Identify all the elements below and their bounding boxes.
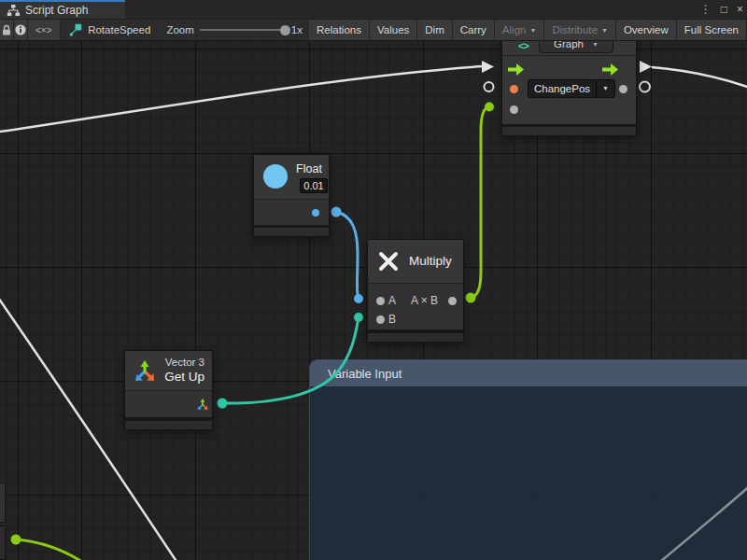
vector3-type-label: Vector 3	[164, 357, 204, 368]
vector3-icon	[133, 358, 157, 383]
lock-button[interactable]	[0, 20, 14, 40]
multiply-input-a-port[interactable]	[376, 297, 385, 305]
multiply-input-a-label: A	[388, 294, 396, 307]
full-screen-button[interactable]: Full Screen	[677, 20, 747, 40]
wire-end-blue-dot	[354, 294, 363, 303]
vector3-node-footer	[125, 421, 212, 429]
multiply-input-b-port[interactable]	[376, 315, 385, 324]
float-value-field[interactable]: 0.01	[300, 178, 328, 193]
wire-start-blue-dot	[331, 207, 342, 217]
overview-button[interactable]: Overview	[616, 20, 677, 40]
event-node[interactable]: <> Graph ▼ ChangePos	[501, 41, 637, 136]
trigger-output-arrow-icon[interactable]	[602, 63, 618, 76]
trigger-input-arrow-icon[interactable]	[508, 63, 524, 76]
wire-start-teal-dot	[218, 399, 228, 409]
multiply-node-title: Multiply	[409, 254, 452, 268]
wire-lime-bottom-left[interactable]	[17, 539, 89, 560]
variable-input-panel[interactable]: Variable Input	[309, 359, 747, 560]
event-node-footer	[502, 127, 636, 135]
multiply-icon	[376, 249, 401, 273]
script-graph-icon	[7, 4, 20, 17]
wire-end-teal-dot	[354, 313, 363, 322]
graph-header-dropdown[interactable]: Graph ▼	[539, 41, 613, 53]
zoom-label: Zoom	[166, 24, 193, 35]
arrowhead-into-event-icon	[482, 61, 494, 73]
offscreen-node-header[interactable]	[0, 483, 6, 523]
wire-white-out-of-event[interactable]	[652, 67, 747, 89]
vector3-output-port-icon[interactable]	[196, 398, 209, 411]
tab-bar: Script Graph ⋮ □ ×	[0, 0, 747, 19]
graph-canvas[interactable]: Variable Input	[0, 41, 747, 560]
wire-multiply-to-event[interactable]	[471, 107, 489, 299]
variable-input-header[interactable]: Variable Input	[310, 360, 747, 386]
event-second-input-port[interactable]	[510, 105, 518, 114]
chevron-down-icon: ▼	[592, 41, 599, 48]
wire-float-to-multiply-a[interactable]	[336, 212, 359, 299]
event-value-output-port[interactable]	[619, 85, 627, 93]
arrowhead-out-of-event-icon	[640, 61, 652, 73]
window-close-button[interactable]: ×	[737, 0, 743, 19]
multiply-output-port[interactable]	[448, 297, 457, 305]
vector3-getup-node[interactable]: Vector 3 Get Up	[124, 350, 213, 430]
values-button[interactable]: Values	[370, 20, 417, 40]
multiply-node[interactable]: Multiply A A × B B	[367, 239, 464, 343]
zoom-value: 1x	[291, 24, 303, 35]
chevron-down-icon: ▼	[596, 80, 614, 97]
tab-script-graph[interactable]: Script Graph	[0, 0, 125, 19]
script-graph-window: Script Graph ⋮ □ × <×>	[0, 0, 747, 560]
event-value-input-port[interactable]	[510, 85, 518, 93]
relations-button[interactable]: Relations	[309, 20, 370, 40]
graph-reference[interactable]: RotateSpeed	[63, 20, 156, 40]
lock-icon	[0, 23, 13, 36]
float-output-port[interactable]	[312, 209, 319, 217]
graph-toolbar: <×> RotateSpeed Zoom 1x Relations Values…	[0, 19, 747, 41]
graph-reference-label: RotateSpeed	[88, 24, 150, 35]
wire-start-lime-bl-dot	[11, 535, 21, 545]
unconnected-port-right-icon[interactable]	[640, 82, 650, 92]
multiply-output-label: A × B	[411, 294, 438, 307]
chevron-down-icon: ▼	[529, 27, 536, 34]
carry-button[interactable]: Carry	[453, 20, 495, 40]
multiply-node-footer	[368, 333, 463, 342]
variable-input-body[interactable]	[310, 386, 747, 560]
graph-asset-icon	[69, 23, 82, 36]
unconnected-port-left-icon[interactable]	[485, 82, 494, 91]
float-node[interactable]: Float 0.01	[253, 154, 330, 237]
chevron-down-icon: ▼	[601, 27, 608, 34]
wire-end-lime-dot	[485, 103, 494, 112]
info-button[interactable]	[14, 20, 28, 40]
window-menu-button[interactable]: ⋮	[700, 0, 712, 19]
window-maximize-button[interactable]: □	[721, 0, 727, 19]
zoom-slider[interactable]	[200, 29, 286, 31]
float-icon	[263, 164, 288, 189]
offscreen-node-body[interactable]	[0, 525, 6, 560]
getup-title: Get Up	[164, 370, 204, 384]
graph-icon: <>	[518, 41, 529, 51]
multiply-input-b-label: B	[388, 313, 396, 326]
edit-graph-button[interactable]: <×>	[28, 20, 61, 40]
wire-white-into-event[interactable]	[0, 66, 482, 133]
zoom-slider-knob[interactable]	[280, 25, 290, 35]
wire-start-lime-dot	[466, 293, 476, 303]
float-node-title: Float	[291, 162, 327, 175]
distribute-dropdown[interactable]: Distribute ▼	[544, 20, 616, 40]
align-dropdown[interactable]: Align ▼	[495, 20, 545, 40]
tab-title: Script Graph	[25, 4, 88, 17]
dim-button[interactable]: Dim	[417, 20, 452, 40]
changepos-dropdown[interactable]: ChangePos ▼	[528, 79, 615, 98]
float-node-footer	[254, 228, 329, 236]
info-icon	[14, 23, 27, 36]
